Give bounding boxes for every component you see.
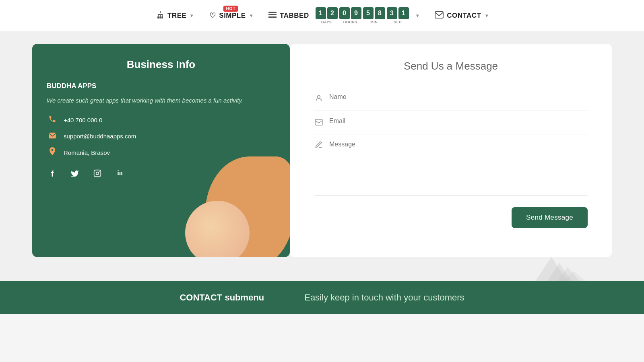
email-input[interactable] (329, 117, 588, 125)
tabbed-label: TABBED (280, 12, 309, 20)
tree-icon (156, 11, 164, 21)
email-address: support@buddhaapps.com (64, 133, 136, 140)
mountain-decoration (523, 253, 588, 281)
contact-label: CONTACT (447, 12, 481, 20)
phone-number: +40 700 000 0 (64, 117, 102, 123)
day-digit-2: 2 (327, 7, 338, 19)
svg-rect-9 (268, 14, 277, 15)
nav-contact[interactable]: CONTACT ▾ (435, 11, 488, 21)
countdown: 1 2 DAYS 0 9 HOURS 5 8 MIN (316, 7, 409, 24)
sec-digit-2: 1 (398, 7, 409, 19)
phone-item: +40 700 000 0 (47, 115, 275, 125)
hours-block: 0 9 HOURS (339, 7, 361, 24)
company-name: BUDDHA APPS (47, 82, 275, 90)
svg-point-15 (99, 171, 100, 172)
instagram-icon[interactable] (92, 169, 103, 180)
svg-point-16 (318, 95, 320, 98)
business-card-title: Business Info (47, 58, 275, 71)
simple-icon: ♡ (209, 11, 216, 20)
contact-chevron: ▾ (485, 13, 488, 19)
sec-label: SEC (394, 20, 402, 24)
svg-rect-7 (161, 16, 163, 19)
footer-bar: CONTACT submenu Easily keep in touch wit… (0, 281, 644, 314)
svg-rect-10 (268, 16, 277, 18)
min-label: MIN (370, 20, 378, 24)
navbar: TREE ▾ HOT ♡ SIMPLE ▾ TABBED 1 2 DAYS (0, 0, 644, 32)
svg-rect-0 (160, 11, 161, 13)
cards-row: Business Info BUDDHA APPS We create such… (0, 32, 644, 257)
content-wrapper: Business Info BUDDHA APPS We create such… (0, 32, 644, 281)
linkedin-icon[interactable]: in (114, 169, 126, 180)
tree-chevron: ▾ (190, 13, 193, 19)
business-card: Business Info BUDDHA APPS We create such… (32, 44, 290, 257)
twitter-icon[interactable] (69, 169, 80, 180)
tree-label: TREE (167, 12, 186, 20)
tabbed-icon (268, 12, 277, 20)
min-digit-2: 8 (375, 7, 385, 19)
contact-form: Send Us a Message (290, 44, 612, 257)
footer-left-text: CONTACT submenu (180, 292, 264, 303)
svg-rect-6 (159, 16, 161, 19)
form-actions: Send Message (314, 207, 588, 228)
simple-chevron: ▾ (250, 13, 253, 19)
sec-digit-1: 3 (387, 7, 397, 19)
svg-rect-2 (158, 14, 159, 16)
hour-digit-1: 0 (339, 7, 350, 19)
contact-icon (435, 11, 444, 21)
hours-label: HOURS (343, 20, 357, 24)
nav-tabbed[interactable]: TABBED 1 2 DAYS 0 9 HOURS 5 8 (268, 7, 419, 24)
email-field-row (314, 111, 588, 134)
email-field-icon (314, 118, 324, 128)
tabbed-chevron: ▾ (416, 13, 419, 19)
name-input[interactable] (329, 93, 588, 101)
footer-right-text: Easily keep in touch with your customers (304, 292, 464, 303)
days-block: 1 2 DAYS (316, 7, 338, 24)
seconds-block: 3 1 SEC (387, 7, 409, 24)
svg-rect-11 (435, 12, 443, 18)
svg-rect-3 (162, 14, 163, 16)
svg-rect-17 (315, 119, 322, 125)
below-cards (0, 257, 644, 281)
day-digit-1: 1 (316, 7, 326, 19)
svg-point-14 (96, 172, 99, 175)
nav-tree[interactable]: TREE ▾ (156, 11, 193, 21)
min-digit-1: 5 (363, 7, 374, 19)
days-label: DAYS (321, 20, 332, 24)
location-icon (47, 147, 58, 158)
email-item: support@buddhaapps.com (47, 132, 275, 141)
facebook-icon[interactable]: f (47, 169, 58, 180)
message-field-icon (314, 141, 324, 151)
simple-label: SIMPLE (219, 12, 246, 20)
name-field-icon (314, 94, 324, 104)
svg-rect-5 (157, 16, 159, 19)
name-field-row (314, 87, 588, 111)
address-item: Romania, Brasov (47, 147, 275, 158)
phone-icon (47, 115, 58, 125)
message-input[interactable] (329, 141, 588, 189)
svg-rect-12 (49, 133, 56, 138)
svg-rect-13 (94, 170, 101, 177)
nav-simple[interactable]: HOT ♡ SIMPLE ▾ (209, 11, 252, 20)
svg-rect-4 (160, 14, 161, 16)
company-description: We create such great apps that working w… (47, 96, 275, 105)
minutes-block: 5 8 MIN (363, 7, 385, 24)
form-title: Send Us a Message (314, 60, 588, 72)
message-field-row (314, 134, 588, 196)
send-message-button[interactable]: Send Message (512, 207, 588, 228)
address-text: Romania, Brasov (64, 149, 110, 156)
hot-badge: HOT (223, 6, 238, 12)
hour-digit-2: 9 (351, 7, 361, 19)
email-icon (47, 132, 58, 141)
svg-rect-8 (268, 12, 277, 13)
